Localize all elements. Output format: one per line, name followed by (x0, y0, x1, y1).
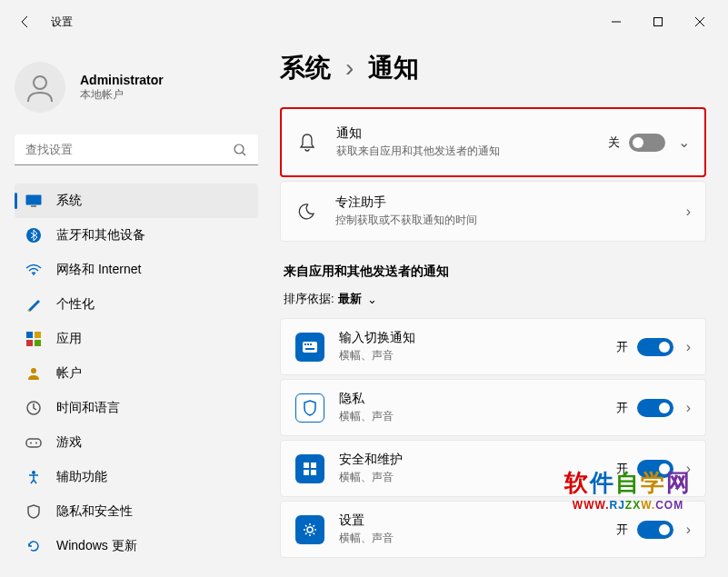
sidebar-item-apps[interactable]: 应用 (15, 322, 258, 356)
app-title: 设置 (339, 512, 616, 529)
app-title: 隐私 (339, 391, 616, 407)
sidebar-item-label: 系统 (56, 193, 82, 209)
sidebar-item-label: 帐户 (56, 365, 82, 382)
close-icon (695, 17, 704, 26)
maximize-icon (653, 17, 663, 26)
back-button[interactable] (7, 4, 44, 40)
app-desc: 横幅、声音 (339, 348, 521, 363)
app-toggle[interactable] (637, 460, 673, 478)
moon-icon (295, 203, 317, 221)
svg-point-5 (234, 144, 244, 154)
sidebar-item-label: Windows 更新 (56, 538, 137, 554)
svg-rect-14 (35, 340, 41, 346)
gaming-icon (25, 434, 42, 451)
minimize-button[interactable] (595, 7, 637, 36)
card-title: 专注助手 (335, 194, 686, 211)
svg-rect-26 (304, 463, 309, 468)
sidebar-item-personalization[interactable]: 个性化 (15, 287, 258, 322)
sidebar-item-bluetooth[interactable]: 蓝牙和其他设备 (15, 218, 258, 253)
chevron-down-icon: ⌄ (367, 293, 377, 306)
sidebar-item-network[interactable]: 网络和 Internet (15, 253, 258, 287)
search-box[interactable] (15, 134, 258, 165)
brush-icon (25, 296, 42, 313)
user-name: Administrator (80, 73, 164, 87)
chevron-right-icon: › (686, 204, 691, 220)
sort-selector[interactable]: 排序依据: 最新 ⌄ (280, 291, 706, 307)
apps-section-header: 来自应用和其他发送者的通知 (284, 264, 706, 280)
settings-gear-icon (295, 515, 324, 544)
chevron-down-icon: ⌄ (678, 134, 690, 151)
focus-assist-card[interactable]: 专注助手 控制获取或不获取通知的时间 › (280, 181, 706, 242)
svg-point-15 (31, 368, 36, 373)
maximize-button[interactable] (637, 7, 679, 36)
breadcrumb-parent[interactable]: 系统 (280, 51, 331, 85)
wifi-icon (25, 262, 42, 278)
user-icon (24, 71, 56, 104)
user-type: 本地帐户 (80, 87, 164, 103)
svg-point-20 (32, 471, 35, 474)
keyboard-icon (295, 333, 324, 362)
svg-rect-21 (303, 342, 317, 353)
svg-point-4 (34, 76, 46, 89)
card-desc: 控制获取或不获取通知的时间 (335, 213, 686, 228)
titlebar: 设置 (0, 0, 728, 44)
toggle-state-label: 开 (616, 400, 628, 416)
app-toggle[interactable] (637, 399, 673, 417)
notifications-toggle[interactable] (629, 134, 665, 152)
svg-rect-8 (31, 205, 36, 207)
search-input[interactable] (25, 143, 233, 156)
breadcrumb: 系统 › 通知 (280, 51, 706, 85)
app-notification-item[interactable]: 输入切换通知 横幅、声音 开 › (280, 318, 706, 375)
svg-rect-25 (305, 348, 314, 350)
sidebar-item-gaming[interactable]: 游戏 (15, 425, 258, 460)
card-title: 通知 (336, 125, 608, 142)
account-icon (25, 365, 42, 382)
bell-icon (296, 133, 318, 153)
sidebar-item-label: 游戏 (56, 434, 82, 451)
app-toggle[interactable] (637, 338, 673, 356)
app-title: 输入切换通知 (339, 330, 616, 346)
sidebar-item-system[interactable]: 系统 (15, 184, 258, 218)
svg-rect-7 (26, 195, 42, 205)
user-section[interactable]: Administrator 本地帐户 (15, 51, 258, 134)
window-controls (595, 7, 721, 36)
app-notification-item[interactable]: 设置 横幅、声音 开 › (280, 501, 706, 558)
app-notification-item[interactable]: 隐私 横幅、声音 开 › (280, 379, 706, 436)
svg-point-19 (35, 443, 37, 444)
svg-rect-11 (26, 332, 33, 338)
sidebar-item-label: 辅助功能 (56, 469, 107, 485)
svg-rect-29 (311, 470, 316, 475)
clock-globe-icon (25, 400, 42, 416)
svg-rect-12 (35, 332, 41, 338)
nav-list: 系统 蓝牙和其他设备 网络和 Internet 个性化 应用 帐户 (15, 184, 258, 563)
sidebar-item-label: 网络和 Internet (56, 262, 141, 278)
breadcrumb-current: 通知 (368, 51, 419, 85)
chevron-right-icon: › (686, 339, 691, 355)
sidebar-item-privacy[interactable]: 隐私和安全性 (15, 494, 258, 529)
sidebar-item-accounts[interactable]: 帐户 (15, 356, 258, 391)
sidebar-item-accessibility[interactable]: 辅助功能 (15, 460, 258, 494)
toggle-state-label: 开 (616, 461, 628, 477)
app-toggle[interactable] (637, 521, 673, 539)
svg-rect-28 (304, 470, 309, 475)
close-button[interactable] (679, 7, 721, 36)
svg-line-6 (243, 153, 245, 155)
arrow-left-icon (18, 15, 33, 29)
notifications-card[interactable]: 通知 获取来自应用和其他发送者的通知 关 ⌄ (280, 107, 706, 177)
card-desc: 获取来自应用和其他发送者的通知 (336, 144, 518, 159)
svg-rect-24 (310, 343, 312, 345)
svg-rect-22 (304, 343, 306, 345)
sidebar-item-windows-update[interactable]: Windows 更新 (15, 529, 258, 563)
sidebar-item-time-language[interactable]: 时间和语言 (15, 391, 258, 425)
app-desc: 横幅、声音 (339, 470, 521, 485)
svg-point-30 (307, 527, 313, 532)
app-notification-item[interactable]: 安全和维护 横幅、声音 开 › (280, 440, 706, 497)
bluetooth-icon (25, 227, 42, 244)
main-content: 系统 › 通知 通知 获取来自应用和其他发送者的通知 关 ⌄ 专注助手 控制获取 (273, 44, 728, 577)
app-desc: 横幅、声音 (339, 531, 521, 546)
sidebar-item-label: 应用 (56, 331, 82, 347)
toggle-state-label: 关 (608, 134, 620, 151)
sidebar-item-label: 个性化 (56, 296, 95, 313)
window-title: 设置 (51, 15, 73, 30)
sidebar-item-label: 蓝牙和其他设备 (56, 227, 145, 244)
